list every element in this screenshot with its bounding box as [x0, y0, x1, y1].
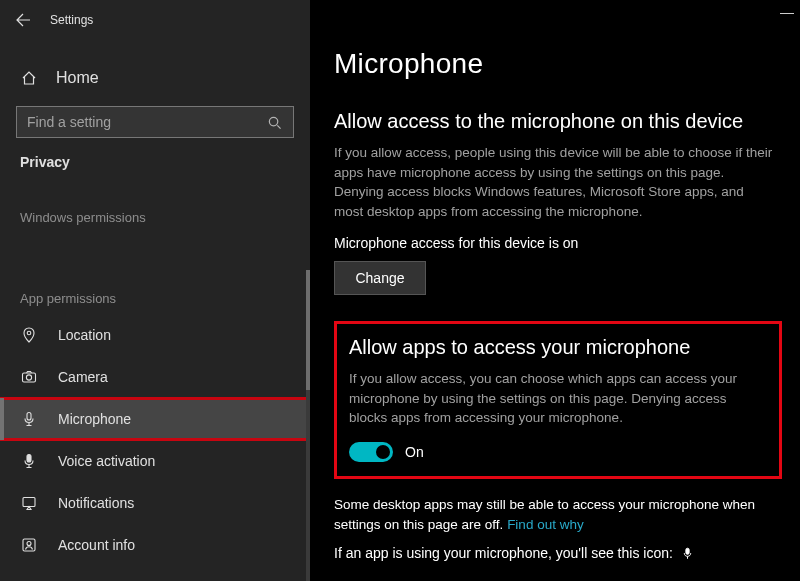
svg-rect-5 — [27, 455, 31, 463]
titlebar: Settings — [0, 0, 310, 40]
back-button[interactable] — [14, 11, 32, 29]
icon-hint-row: If an app is using your microphone, you'… — [334, 544, 782, 562]
sidebar-item-label: Notifications — [58, 495, 134, 511]
home-label: Home — [56, 69, 99, 87]
camera-icon — [20, 368, 38, 386]
sidebar-item-voice-activation[interactable]: Voice activation — [0, 440, 310, 482]
sidebar-item-label: Account info — [58, 537, 135, 553]
sidebar-item-notifications[interactable]: Notifications — [0, 482, 310, 524]
search-input[interactable] — [27, 114, 257, 130]
svg-point-0 — [269, 117, 277, 125]
category-label: Privacy — [0, 138, 310, 170]
find-out-why-link[interactable]: Find out why — [507, 517, 584, 532]
home-nav[interactable]: Home — [0, 58, 310, 98]
search-icon — [265, 113, 283, 131]
microphone-icon — [20, 410, 38, 428]
sidebar-item-label: Location — [58, 327, 111, 343]
svg-rect-4 — [27, 413, 31, 421]
sidebar-item-label: Voice activation — [58, 453, 155, 469]
apps-access-toggle[interactable] — [349, 442, 393, 462]
section-windows-permissions: Windows permissions — [0, 210, 310, 225]
voice-icon — [20, 452, 38, 470]
desktop-apps-note: Some desktop apps may still be able to a… — [334, 495, 774, 534]
svg-point-3 — [26, 375, 31, 380]
sidebar-item-account-info[interactable]: Account info — [0, 524, 310, 566]
search-box[interactable] — [16, 106, 294, 138]
svg-point-8 — [27, 542, 31, 546]
sidebar-item-label: Camera — [58, 369, 108, 385]
sidebar-item-label: Microphone — [58, 411, 131, 427]
minimize-button[interactable]: ― — [780, 4, 794, 20]
home-icon — [20, 69, 38, 87]
microphone-indicator-icon — [679, 544, 697, 562]
sidebar-scrollbar[interactable] — [306, 270, 310, 581]
change-button[interactable]: Change — [334, 261, 426, 295]
account-icon — [20, 536, 38, 554]
notifications-icon — [20, 494, 38, 512]
sidebar-item-location[interactable]: Location — [0, 314, 310, 356]
window-caption-buttons: ― — [780, 4, 794, 20]
page-title: Microphone — [334, 48, 782, 80]
toggle-state-label: On — [405, 444, 424, 460]
section-apps-access-head: Allow apps to access your microphone — [349, 336, 767, 359]
svg-rect-9 — [686, 548, 689, 554]
nav-list: Location Camera Microphone Voice activat… — [0, 314, 310, 566]
svg-rect-6 — [23, 498, 35, 507]
sidebar: Settings Home Privacy Windows permission… — [0, 0, 310, 581]
highlight-apps-access: Allow apps to access your microphone If … — [334, 321, 782, 479]
section-apps-access-body: If you allow access, you can choose whic… — [349, 369, 767, 428]
app-title: Settings — [50, 13, 93, 27]
location-icon — [20, 326, 38, 344]
section-device-access-head: Allow access to the microphone on this d… — [334, 110, 782, 133]
sidebar-item-microphone[interactable]: Microphone — [0, 398, 310, 440]
section-device-access-body: If you allow access, people using this d… — [334, 143, 774, 221]
device-access-status: Microphone access for this device is on — [334, 235, 782, 251]
sidebar-item-camera[interactable]: Camera — [0, 356, 310, 398]
svg-point-1 — [27, 331, 31, 335]
section-app-permissions: App permissions — [0, 291, 310, 306]
main-content: ― Microphone Allow access to the microph… — [310, 0, 800, 581]
